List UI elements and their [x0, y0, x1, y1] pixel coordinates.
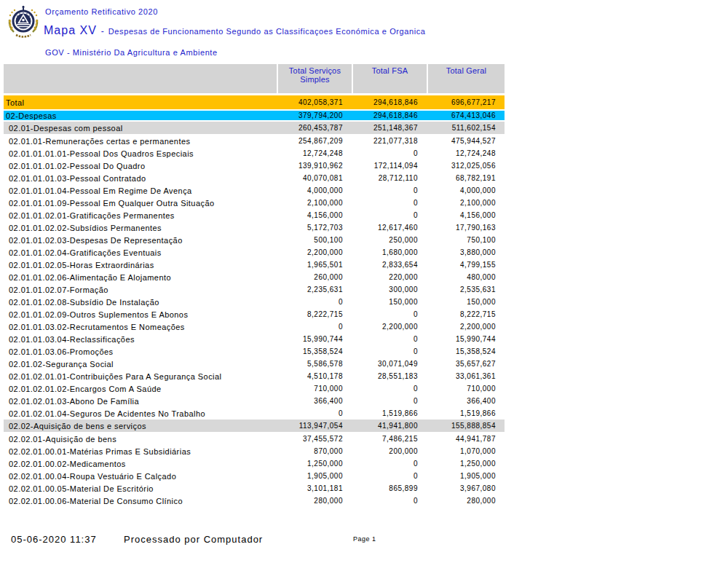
- table-row: 02.02.01.00.05-Material De Escritório3,1…: [4, 482, 505, 495]
- table-row: 02.01-Despesas com pessoal260,453,787251…: [4, 122, 505, 135]
- row-label: 02.02.01.00.04-Roupa Vestuário E Calçado: [4, 472, 277, 481]
- row-value: 2,200,000: [427, 323, 505, 331]
- row-value: 5,586,578: [277, 360, 352, 368]
- cape-verde-emblem-logo: [7, 5, 40, 40]
- row-value: 150,000: [352, 298, 427, 306]
- table-row: Total402,058,371294,618,846696,677,217: [4, 95, 505, 111]
- table-row: 02.01.01.02.03-Despesas De Representação…: [4, 234, 505, 246]
- title-separator: -: [101, 26, 104, 36]
- row-label: 02.01.02-Segurança Social: [4, 360, 277, 369]
- row-value: 2,833,654: [352, 261, 427, 269]
- row-value: 0: [352, 397, 427, 405]
- row-value: 480,000: [427, 273, 505, 281]
- report-title: Orçamento Retificativo 2020: [45, 7, 158, 16]
- row-value: 1,680,000: [352, 248, 427, 256]
- row-value: 35,657,627: [427, 360, 505, 368]
- row-value: 15,358,524: [277, 347, 352, 355]
- table-row: 02.01.02.01.03-Abono De Família366,40003…: [4, 395, 505, 407]
- row-value: 172,114,094: [352, 162, 427, 170]
- row-value: 40,070,081: [277, 174, 352, 182]
- table-row: 02.01.01.02.07-Formação2,235,631300,0002…: [4, 283, 505, 296]
- row-value: 250,000: [352, 236, 427, 244]
- row-value: 0: [277, 323, 352, 331]
- row-value: 0: [352, 310, 427, 318]
- col-header-total-geral: Total Geral: [427, 64, 505, 93]
- row-value: 12,617,460: [352, 224, 427, 232]
- row-value: 294,618,846: [352, 111, 427, 119]
- row-value: 696,677,217: [427, 98, 505, 106]
- row-value: 220,000: [352, 273, 427, 281]
- row-value: 2,100,000: [427, 199, 505, 207]
- row-value: 200,000: [352, 447, 427, 455]
- row-value: 1,250,000: [427, 460, 505, 468]
- row-label: 02.01.01.03.04-Reclassificações: [4, 335, 277, 344]
- row-value: 15,990,744: [427, 335, 505, 343]
- row-value: 3,880,000: [427, 248, 505, 256]
- table-body: Total402,058,371294,618,846696,677,21702…: [4, 95, 505, 507]
- row-value: 870,000: [277, 447, 352, 455]
- row-value: 155,888,854: [427, 422, 505, 430]
- footer-processed-text: Processado por Computador: [124, 534, 263, 545]
- table-row: 02.01.01.02.01-Gratificações Permanentes…: [4, 209, 505, 221]
- row-value: 4,510,178: [277, 372, 352, 380]
- row-value: 30,071,049: [352, 360, 427, 368]
- row-value: 4,156,000: [277, 211, 352, 219]
- row-value: 1,070,000: [427, 447, 505, 455]
- row-value: 251,148,367: [352, 124, 427, 132]
- row-value: 7,486,215: [352, 435, 427, 443]
- table-row: 02.01.01.03.02-Recrutamentos E Nomeações…: [4, 320, 505, 333]
- row-value: 221,077,318: [352, 137, 427, 145]
- row-label: 02.01.01.02.09-Outros Suplementos E Abon…: [4, 310, 277, 319]
- table-row: 02.01.01.01.04-Pessoal Em Regime De Aven…: [4, 184, 505, 197]
- row-value: 312,025,056: [427, 162, 505, 170]
- table-row: 02.01.02.01.01-Contribuições Para A Segu…: [4, 370, 505, 382]
- row-value: 280,000: [427, 497, 505, 505]
- row-value: 113,947,054: [277, 422, 352, 430]
- row-value: 150,000: [427, 298, 505, 306]
- row-value: 28,712,110: [352, 174, 427, 182]
- row-value: 366,400: [427, 397, 505, 405]
- row-value: 0: [352, 199, 427, 207]
- row-value: 15,358,524: [427, 347, 505, 355]
- row-label: 02.01.01.02.03-Despesas De Representação: [4, 236, 277, 245]
- table-row: 02.01.01.02.06-Alimentação E Alojamento2…: [4, 271, 505, 283]
- org-line: GOV - Ministério Da Agricultura e Ambien…: [45, 48, 218, 57]
- row-value: 0: [277, 409, 352, 417]
- row-label: 02.01.01.02.01-Gratificações Permanentes: [4, 211, 277, 220]
- row-value: 1,519,866: [352, 409, 427, 417]
- table-row: 02.01.01.02.05-Horas Extraordinárias1,96…: [4, 259, 505, 271]
- row-value: 12,724,248: [277, 149, 352, 157]
- row-label: 02.01.01.02.06-Alimentação E Alojamento: [4, 273, 277, 282]
- col-header-empty: [4, 64, 277, 93]
- row-value: 4,000,000: [277, 186, 352, 194]
- row-value: 68,782,191: [427, 174, 505, 182]
- table-row: 02.01.01.02.09-Outros Suplementos E Abon…: [4, 308, 505, 320]
- row-value: 511,602,154: [427, 124, 505, 132]
- row-value: 0: [352, 149, 427, 157]
- row-value: 1,905,000: [277, 472, 352, 480]
- row-label: 02.01.02.01.04-Seguros De Acidentes No T…: [4, 409, 277, 418]
- row-label: 02.02-Aquisição de bens e serviços: [4, 422, 277, 430]
- row-label: 02.02.01.00.06-Material De Consumo Clíni…: [4, 497, 277, 505]
- row-value: 674,413,046: [427, 111, 505, 119]
- row-label: Total: [4, 98, 277, 107]
- row-label: 02.01.01.01.02-Pessoal Do Quadro: [4, 162, 277, 170]
- row-value: 710,000: [427, 385, 505, 393]
- row-value: 4,156,000: [427, 211, 505, 219]
- footer-page-number: Page 1: [353, 535, 376, 543]
- table-row: 02.01.01.01.01-Pessoal Dos Quadros Espec…: [4, 147, 505, 160]
- table-row: 02.01.01.03.04-Reclassificações15,990,74…: [4, 333, 505, 345]
- row-label: 02.01.02.01.02-Encargos Com A Saúde: [4, 385, 277, 393]
- table-row: 02.01.01.01.09-Pessoal Em Qualquer Outra…: [4, 197, 505, 209]
- row-value: 500,100: [277, 236, 352, 244]
- map-subtitle: Despesas de Funcionamento Segundo as Cla…: [108, 27, 426, 36]
- row-value: 0: [352, 497, 427, 505]
- row-value: 260,453,787: [277, 124, 352, 132]
- row-value: 4,000,000: [427, 186, 505, 194]
- row-label: 02.01.01.02.04-Gratificações Eventuais: [4, 248, 277, 257]
- row-value: 0: [352, 186, 427, 194]
- row-value: 2,200,000: [352, 323, 427, 331]
- col-header-total-servicos-simples: Total Serviços Simples: [277, 64, 352, 93]
- row-value: 5,172,703: [277, 224, 352, 232]
- row-label: 02.02.01.00.01-Matérias Primas E Subsidi…: [4, 447, 277, 456]
